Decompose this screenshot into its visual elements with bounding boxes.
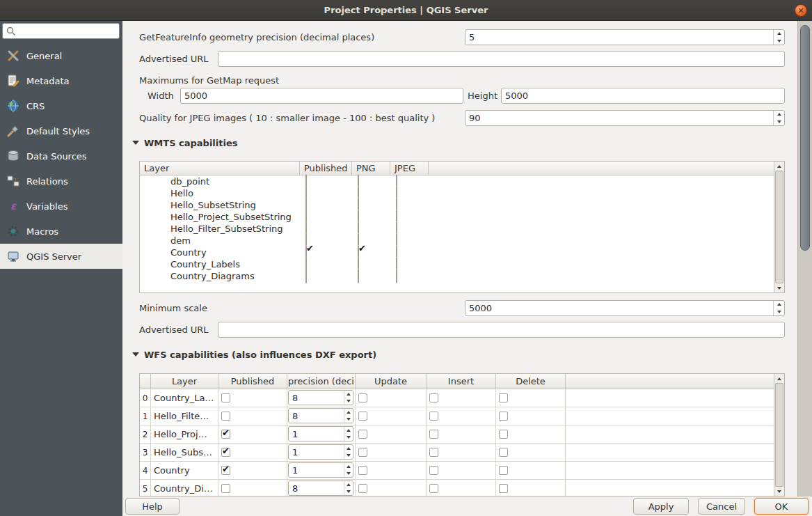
close-button[interactable]: ✕ [795,4,807,17]
jpeg-quality-spinbox[interactable]: 90 [465,110,785,126]
spin-buttons[interactable] [344,427,353,441]
sidebar-item-relations[interactable]: Relations [0,169,122,194]
precision-spinbox[interactable]: 8 [288,390,353,405]
scroll-up-icon[interactable] [774,374,784,383]
update-checkbox[interactable] [358,430,367,439]
wfs-table-scrollbar[interactable] [774,374,784,496]
precision-spinbox[interactable]: 8 [288,408,353,423]
insert-checkbox[interactable] [429,448,438,457]
spin-buttons[interactable] [344,409,353,423]
precision-spinbox[interactable]: 8 [288,480,353,496]
column-header-insert[interactable]: Insert [427,374,496,389]
insert-checkbox[interactable] [429,393,438,402]
sidebar-item-crs[interactable]: CRS [0,93,122,118]
row-number[interactable]: 0 [140,389,151,407]
update-checkbox[interactable] [358,484,367,493]
delete-checkbox[interactable] [499,448,508,457]
spin-up-icon [344,409,353,416]
sidebar-item-default-styles[interactable]: Default Styles [0,118,122,143]
column-header-jpeg[interactable]: JPEG [390,162,429,175]
wmts-section-header[interactable]: WMTS capabilities [132,136,238,149]
main-vertical-scrollbar[interactable] [797,21,812,497]
spin-buttons[interactable] [344,391,353,405]
minimum-scale-spinbox[interactable]: 5000 [465,300,785,316]
spin-buttons[interactable] [773,301,784,315]
ok-button[interactable]: OK [754,498,809,515]
update-checkbox[interactable] [358,448,367,457]
published-checkbox[interactable] [221,430,230,439]
column-header-update[interactable]: Update [356,374,427,389]
wfs-table-header: Layer Published precision (deci Update I… [140,374,784,389]
sidebar-item-macros[interactable]: Macros [0,219,122,244]
precision-spinbox[interactable]: 1 [288,462,353,478]
apply-button[interactable]: Apply [633,498,689,515]
search-input[interactable] [18,24,118,38]
row-number[interactable]: 5 [140,480,151,497]
column-header-published[interactable]: Published [300,162,352,175]
published-checkbox[interactable] [221,393,230,402]
sidebar-item-metadata[interactable]: Metadata [0,68,122,93]
delete-checkbox[interactable] [499,430,508,439]
wmts-table-scrollbar[interactable] [774,162,784,292]
jpeg-checkbox[interactable] [396,269,397,283]
height-input[interactable]: 5000 [501,88,785,104]
sidebar-search[interactable] [2,23,120,39]
delete-checkbox[interactable] [499,484,508,493]
wmts-table-row: dem [140,235,784,247]
cancel-button[interactable]: Cancel [698,498,745,515]
column-header-published[interactable]: Published [218,374,287,389]
column-header-precision[interactable]: precision (deci [287,374,356,389]
precision-spinbox[interactable]: 1 [288,444,353,460]
spin-buttons[interactable] [344,445,353,459]
scrollbar-thumb[interactable] [775,171,783,283]
column-header-layer[interactable]: Layer [151,374,218,389]
row-number[interactable]: 1 [140,407,151,425]
png-checkbox[interactable] [358,269,359,283]
spin-buttons[interactable] [344,463,353,477]
scroll-down-icon[interactable] [774,487,784,496]
collapse-arrow-icon [132,352,139,357]
delete-checkbox[interactable] [499,393,508,402]
published-checkbox[interactable] [221,412,230,421]
spin-buttons[interactable] [773,111,784,125]
delete-checkbox[interactable] [499,412,508,421]
scroll-up-icon[interactable] [774,162,784,171]
getfeatureinfo-spinbox[interactable]: 5 [465,29,785,45]
precision-spinbox[interactable]: 1 [288,426,353,441]
update-checkbox[interactable] [358,466,367,475]
published-checkbox[interactable] [221,466,230,475]
delete-checkbox[interactable] [499,466,508,475]
sidebar-item-qgis-server[interactable]: QGIS Server [0,244,122,269]
column-header-layer[interactable]: Layer [140,162,300,175]
row-number[interactable]: 3 [140,444,151,461]
sidebar-item-data-sources[interactable]: Data Sources [0,143,122,169]
published-checkbox[interactable] [305,269,307,283]
insert-checkbox[interactable] [429,412,438,421]
maximums-label: Maximums for GetMap request [139,72,279,88]
row-number[interactable]: 4 [140,462,151,479]
published-checkbox[interactable] [221,484,230,493]
spin-buttons[interactable] [344,481,353,495]
wfs-section-header[interactable]: WFS capabilities (also influences DXF ex… [132,348,376,361]
sidebar-item-variables[interactable]: ε Variables [0,194,122,219]
column-header-delete[interactable]: Delete [496,374,566,389]
published-checkbox[interactable] [221,448,230,457]
update-checkbox[interactable] [358,393,367,402]
wfs-layer-name: Hello_Subs… [151,444,218,461]
column-header-png[interactable]: PNG [352,162,390,175]
wmts-advertised-url-input[interactable] [218,322,785,338]
sidebar-item-general[interactable]: General [0,43,122,68]
insert-checkbox[interactable] [429,466,438,475]
advertised-url-input[interactable] [218,51,785,67]
scroll-down-icon[interactable] [774,283,784,292]
scrollbar-thumb[interactable] [775,383,783,487]
width-input[interactable]: 5000 [180,88,463,104]
row-number[interactable]: 2 [140,425,151,443]
insert-checkbox[interactable] [429,430,438,439]
help-button[interactable]: Help [125,498,180,515]
insert-checkbox[interactable] [429,484,438,493]
update-checkbox[interactable] [358,412,367,421]
spin-up-icon [344,481,353,488]
spin-buttons[interactable] [773,30,784,45]
scrollbar-thumb[interactable] [800,25,810,251]
